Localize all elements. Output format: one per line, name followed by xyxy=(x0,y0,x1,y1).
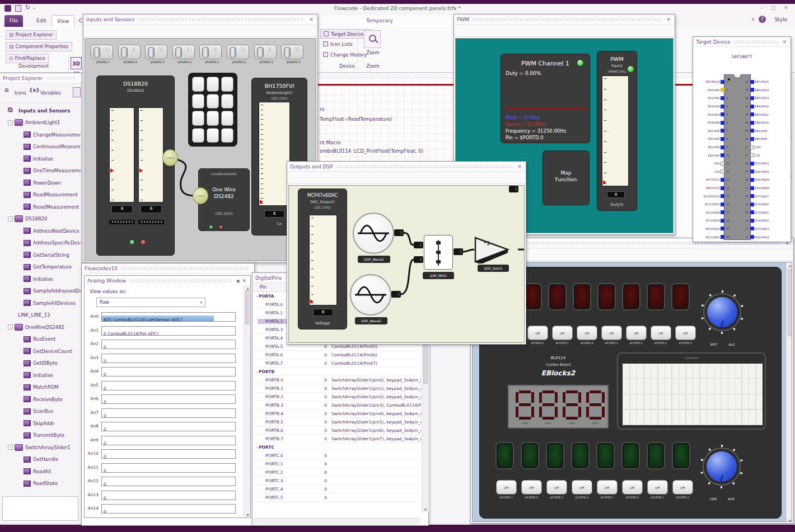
scroll-thumb[interactable] xyxy=(245,291,250,324)
chip-pin[interactable]: 33RB0/AN8 xyxy=(743,135,789,143)
board-scrollbar[interactable]: ▲▼ xyxy=(786,262,792,522)
drag-handle[interactable] xyxy=(336,165,513,168)
analog-value-box[interactable]: 0 xyxy=(101,463,236,473)
pin-state-indicator[interactable] xyxy=(750,145,754,149)
tree-item[interactable]: -GetTemperature xyxy=(1,261,81,274)
board-push-button[interactable]: Off xyxy=(601,326,622,340)
chip-pin[interactable]: 24RC5/AN25 xyxy=(743,209,789,217)
pin-state-indicator[interactable] xyxy=(750,129,754,133)
tree-item[interactable]: -Initialise xyxy=(1,153,81,165)
chip-pin[interactable]: RE1/AN69 xyxy=(694,143,731,152)
tab-edit[interactable]: Edit xyxy=(31,15,51,27)
pin-state-indicator[interactable] xyxy=(721,80,724,84)
tree-item[interactable]: -ReadState xyxy=(1,478,81,490)
help-icon[interactable]: ? xyxy=(759,16,766,23)
close-icon[interactable]: ✕ xyxy=(241,278,247,284)
analog-value-box[interactable]: 0 xyxy=(101,436,236,445)
pin-state-indicator[interactable] xyxy=(721,162,724,166)
chip-pin[interactable]: RC0/SOSCO15 xyxy=(694,192,731,200)
analog-value-box[interactable]: 0 xyxy=(101,408,236,418)
tab-file[interactable]: File xyxy=(4,15,23,27)
scroll-down-icon[interactable]: ▼ xyxy=(787,519,792,522)
pin-state-indicator[interactable] xyxy=(721,203,724,206)
chip-pin[interactable]: RE3/MCLR1 xyxy=(694,78,731,86)
tree-expander-icon[interactable]: - xyxy=(8,324,13,329)
keypad-key[interactable] xyxy=(207,111,219,126)
digital-pin-row[interactable]: ⌄PORTA.70ComboBL0114(PinA7) xyxy=(253,359,421,368)
switch-knob[interactable] xyxy=(257,47,264,58)
board-push-button[interactable]: Off xyxy=(527,326,548,340)
group-expander-icon[interactable]: ⌄ xyxy=(253,369,258,374)
chip-pin[interactable]: RD1/AN2120 xyxy=(694,233,731,241)
pin-state-indicator[interactable] xyxy=(721,129,724,133)
tree-item[interactable]: -AddressSpecificDevice xyxy=(1,237,81,249)
pin-state-indicator[interactable] xyxy=(750,112,754,116)
tree-item[interactable]: -PowerDown xyxy=(1,177,81,189)
tree-item[interactable]: -ResetMeasurement xyxy=(1,201,81,213)
keypad-key[interactable] xyxy=(192,111,204,126)
pot-knob[interactable] xyxy=(701,291,743,333)
chip-pin[interactable]: RC3/AN1918 xyxy=(694,216,731,225)
tree-item[interactable]: -ContinuousMeasurement xyxy=(1,141,81,153)
chip-pin[interactable]: 28RD5/AN29 xyxy=(743,176,789,184)
ldr-knob[interactable] xyxy=(700,445,743,488)
tree-item[interactable]: -GetDeviceCount xyxy=(1,345,81,357)
pin-state-indicator[interactable] xyxy=(721,219,724,223)
pin-state-indicator[interactable] xyxy=(750,203,754,206)
dsp-output-port[interactable] xyxy=(453,248,463,255)
dsp-wave2-oscillator[interactable] xyxy=(350,274,391,316)
tree-item[interactable]: -BusEvent xyxy=(1,333,81,346)
pin-icon[interactable]: ▪ xyxy=(235,278,241,284)
tree-item[interactable]: -GetIDByte xyxy=(1,357,81,370)
chip-pin[interactable]: 29RD6/AN30 xyxy=(743,168,789,176)
switch-knob[interactable] xyxy=(175,47,182,58)
scroll-thumb[interactable] xyxy=(788,269,792,336)
horizontal-scrollbar[interactable] xyxy=(253,518,420,525)
collapse-ribbon-icon[interactable]: ∧ xyxy=(751,17,755,22)
tree-item[interactable]: -DS18B20 xyxy=(1,213,81,225)
chip-pin[interactable]: 25RC6/AN26 xyxy=(743,200,789,209)
document-tab[interactable]: Temporary xyxy=(318,15,455,27)
tab-view[interactable]: View xyxy=(52,15,74,27)
pin-state-indicator[interactable] xyxy=(750,227,754,230)
tree-item[interactable]: -ReceiveByte xyxy=(1,393,81,406)
window-titlebar[interactable]: Inputs and Sensors ✕ xyxy=(83,15,317,25)
bus-connector-node[interactable]: 1-Wire xyxy=(193,187,208,204)
window-titlebar[interactable]: PWM ✕ xyxy=(454,15,675,25)
gauge-pointer[interactable] xyxy=(260,200,263,204)
digital-pin-row[interactable]: ⌄PORTB.70SwitchArraySlider1(pin7), keypa… xyxy=(253,435,421,443)
zoom-button[interactable] xyxy=(364,30,381,48)
tree-item[interactable]: -MatchROM xyxy=(1,382,81,394)
analog-scrollbar[interactable]: ▲▼ xyxy=(244,285,250,517)
toggle-switch[interactable]: On xyxy=(199,45,222,59)
pin-state-indicator[interactable] xyxy=(721,153,724,157)
tree-item[interactable]: -SampleAddressedDevice xyxy=(1,285,81,298)
voltage-gauge[interactable] xyxy=(309,215,337,305)
lux-gauge[interactable] xyxy=(259,102,290,206)
drag-handle[interactable] xyxy=(121,267,248,270)
tree-item[interactable]: -OneWireDS2482 xyxy=(1,321,81,333)
chip-pin[interactable]: 39RB6/AN14 xyxy=(743,86,789,95)
view-mode-dropdown[interactable]: Raw▾ xyxy=(96,298,205,307)
digital-pin-row[interactable]: ⌄PORTC xyxy=(253,443,421,451)
dsp-output-port[interactable] xyxy=(394,229,404,236)
digital-pin-row[interactable]: ⌄PORTA.60ComboBL0114(PinA6) xyxy=(253,351,421,359)
keypad-key[interactable] xyxy=(192,128,204,143)
toggle-switch[interactable]: On xyxy=(91,45,113,59)
chip-pin[interactable]: RC1/SOSCI16 xyxy=(694,200,731,209)
analog-value-box[interactable]: 0 xyxy=(101,394,236,404)
keypad-key[interactable] xyxy=(221,128,233,143)
style-button[interactable]: Style xyxy=(774,17,787,22)
pin-state-indicator[interactable] xyxy=(750,96,754,100)
pin-state-indicator[interactable] xyxy=(750,162,754,166)
board-push-button[interactable]: Off xyxy=(672,480,693,495)
toggle-switch[interactable]: On xyxy=(118,45,141,59)
dsp-output-port[interactable] xyxy=(391,291,401,298)
chip-pin[interactable]: RA7/OSC113 xyxy=(694,176,731,184)
tree-item[interactable]: -GetHandle xyxy=(1,454,81,466)
digital-pin-row[interactable]: ⌄PORTB.60SwitchArraySlider1(pin6), keypa… xyxy=(253,426,421,435)
pin-state-indicator[interactable] xyxy=(750,153,754,157)
switch-knob[interactable] xyxy=(230,47,236,58)
toggle-switch[interactable]: On xyxy=(172,45,195,59)
dsp-mixer-block[interactable] xyxy=(424,235,453,270)
